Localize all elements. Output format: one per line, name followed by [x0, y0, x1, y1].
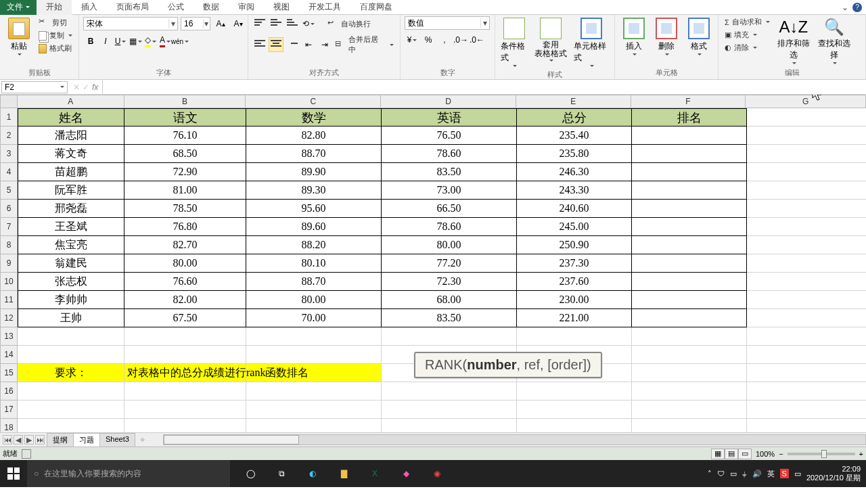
- taskbar-search[interactable]: ○ 在这里输入你要搜索的内容: [27, 460, 230, 487]
- cell-B14[interactable]: [124, 346, 246, 364]
- cell-D5[interactable]: 73.00: [382, 181, 517, 200]
- cell-G6[interactable]: [747, 200, 866, 218]
- format-painter-button[interactable]: 格式刷: [37, 43, 74, 54]
- cell-C17[interactable]: [246, 400, 382, 419]
- cell-G1[interactable]: [747, 108, 866, 127]
- sheet-tab-习题[interactable]: 习题: [73, 433, 100, 446]
- cell-E1[interactable]: 总分: [517, 108, 632, 127]
- tab-file[interactable]: 文件: [0, 0, 37, 15]
- worksheet-grid[interactable]: ABCDEFG 123456789101112131415161718 姓名语文…: [0, 95, 866, 433]
- row-header-1[interactable]: 1: [0, 108, 18, 127]
- align-middle-button[interactable]: [269, 16, 283, 31]
- cell-C14[interactable]: [246, 346, 382, 364]
- row-header-18[interactable]: 18: [0, 419, 18, 433]
- tray-chevron-icon[interactable]: ˄: [708, 469, 712, 478]
- tray-sogou-icon[interactable]: S: [780, 469, 789, 478]
- cell-F10[interactable]: [632, 273, 747, 291]
- bold-button[interactable]: B: [83, 34, 98, 49]
- cell-B8[interactable]: 82.70: [124, 236, 246, 254]
- increase-indent-button[interactable]: ⇥: [317, 37, 332, 52]
- cancel-formula-icon[interactable]: ✕: [73, 83, 80, 92]
- zoom-in-button[interactable]: +: [859, 450, 863, 458]
- cell-G17[interactable]: [747, 400, 866, 419]
- enter-formula-icon[interactable]: ✓: [83, 83, 89, 92]
- fx-icon[interactable]: fx: [92, 83, 98, 92]
- cell-A8[interactable]: 焦宝亮: [18, 236, 124, 254]
- align-right-button[interactable]: [285, 37, 300, 52]
- fill-button[interactable]: ▣填充: [723, 29, 772, 41]
- col-header-A[interactable]: A: [18, 95, 124, 108]
- cell-D4[interactable]: 83.50: [382, 163, 517, 181]
- tray-battery-icon[interactable]: ▭: [730, 469, 737, 478]
- row-header-9[interactable]: 9: [0, 254, 18, 273]
- row-header-8[interactable]: 8: [0, 236, 18, 254]
- cell-A10[interactable]: 张志权: [18, 273, 124, 291]
- start-button[interactable]: [0, 460, 27, 487]
- cortana-icon[interactable]: ◯: [235, 460, 265, 487]
- cell-E16[interactable]: [517, 382, 632, 400]
- cell-D7[interactable]: 78.60: [382, 218, 517, 236]
- fill-color-button[interactable]: ◇: [143, 34, 158, 49]
- cell-A11[interactable]: 李帅帅: [18, 291, 124, 309]
- cell-G7[interactable]: [747, 218, 866, 236]
- cell-F11[interactable]: [632, 291, 747, 309]
- app-record-icon[interactable]: ◉: [422, 460, 452, 487]
- sheet-tab-提纲[interactable]: 提纲: [47, 433, 74, 446]
- cell-D13[interactable]: [382, 327, 517, 346]
- cell-G5[interactable]: [747, 181, 866, 200]
- cell-B16[interactable]: [124, 382, 246, 400]
- cell-G14[interactable]: [747, 346, 866, 364]
- task-view-icon[interactable]: ⧉: [267, 460, 296, 487]
- cell-B11[interactable]: 82.00: [124, 291, 246, 309]
- cell-C10[interactable]: 88.70: [246, 273, 382, 291]
- cell-D3[interactable]: 78.60: [382, 145, 517, 163]
- cell-G18[interactable]: [747, 419, 866, 433]
- orientation-button[interactable]: ⟲: [301, 16, 316, 31]
- view-buttons[interactable]: ▦▤▭: [711, 449, 752, 459]
- ribbon-collapse-icon[interactable]: ⌄: [842, 3, 848, 12]
- cell-C3[interactable]: 88.70: [246, 145, 382, 163]
- tray-volume-icon[interactable]: 🔊: [752, 469, 762, 478]
- insert-cells-button[interactable]: 插入: [619, 16, 649, 57]
- row-header-15[interactable]: 15: [0, 364, 18, 382]
- font-name-combo[interactable]: ▾: [83, 17, 178, 30]
- conditional-format-button[interactable]: 条件格式: [499, 16, 529, 68]
- wrap-text-button[interactable]: ↩自动换行: [325, 18, 373, 30]
- align-bottom-button[interactable]: [285, 16, 300, 31]
- cell-A5[interactable]: 阮军胜: [18, 181, 124, 200]
- cell-C7[interactable]: 89.60: [246, 218, 382, 236]
- cell-C1[interactable]: 数学: [246, 108, 382, 127]
- app-explorer-icon[interactable]: ▇: [329, 460, 359, 487]
- zoom-level[interactable]: 100%: [756, 450, 775, 458]
- cell-C5[interactable]: 89.30: [246, 181, 382, 200]
- cell-F17[interactable]: [632, 400, 747, 419]
- font-size-combo[interactable]: ▾: [181, 17, 210, 30]
- formula-input[interactable]: [102, 80, 866, 95]
- cell-F6[interactable]: [632, 200, 747, 218]
- underline-button[interactable]: U: [113, 34, 128, 49]
- cell-C6[interactable]: 95.60: [246, 200, 382, 218]
- cell-B1[interactable]: 语文: [124, 108, 246, 127]
- cell-C4[interactable]: 89.90: [246, 163, 382, 181]
- percent-button[interactable]: %: [421, 32, 436, 47]
- cell-A3[interactable]: 蒋文奇: [18, 145, 124, 163]
- cell-A12[interactable]: 王帅: [18, 309, 124, 327]
- cell-F9[interactable]: [632, 254, 747, 273]
- row-header-3[interactable]: 3: [0, 145, 18, 163]
- cell-E18[interactable]: [517, 419, 632, 433]
- cell-A17[interactable]: [18, 400, 124, 419]
- cell-G2[interactable]: [747, 127, 866, 145]
- cell-B9[interactable]: 80.00: [124, 254, 246, 273]
- zoom-slider[interactable]: [788, 453, 855, 455]
- horizontal-scrollbar[interactable]: [163, 434, 866, 445]
- font-color-button[interactable]: A: [158, 34, 173, 49]
- align-center-button[interactable]: [269, 37, 283, 52]
- cell-C11[interactable]: 80.00: [246, 291, 382, 309]
- format-cells-button[interactable]: 格式: [684, 16, 714, 57]
- cell-B17[interactable]: [124, 400, 246, 419]
- row-header-12[interactable]: 12: [0, 309, 18, 327]
- new-sheet-button[interactable]: ✧: [135, 436, 150, 444]
- row-header-13[interactable]: 13: [0, 327, 18, 346]
- cell-E7[interactable]: 245.00: [517, 218, 632, 236]
- comma-button[interactable]: ,: [437, 32, 452, 47]
